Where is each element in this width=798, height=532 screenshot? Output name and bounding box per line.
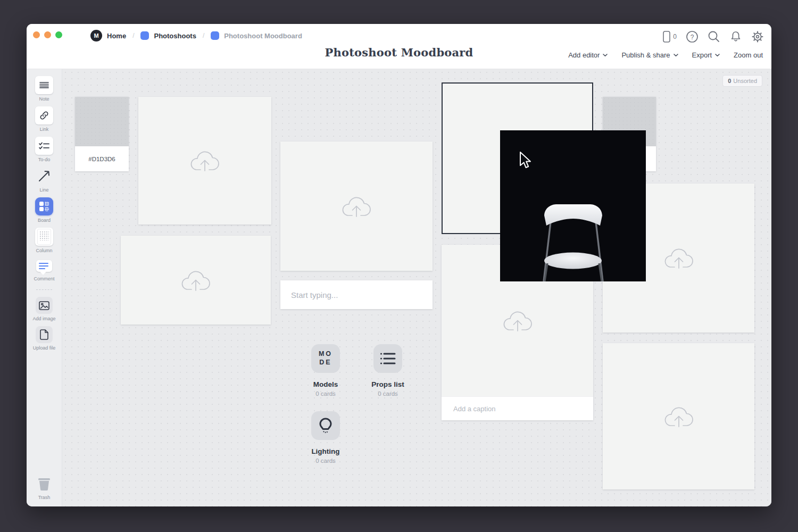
svg-text:?: ? — [691, 34, 694, 41]
header-menu: Add editor Publish & share Export Zoom o… — [568, 51, 763, 59]
help-icon[interactable]: ? — [686, 30, 699, 43]
upload-file-icon — [36, 326, 53, 343]
tool-comment[interactable]: Comment — [34, 258, 54, 281]
tool-board[interactable]: Board — [35, 197, 53, 223]
image-upload-placeholder[interactable] — [138, 97, 271, 225]
breadcrumb-current: Photoshoot Moodboard — [224, 32, 302, 40]
notifications-bell-icon[interactable] — [729, 30, 742, 43]
note-icon — [35, 76, 53, 94]
chevron-down-icon — [674, 54, 678, 57]
board-icon — [211, 31, 219, 40]
board-lighting[interactable]: Lighting 0 cards — [296, 411, 355, 464]
traffic-lights — [33, 31, 62, 38]
unsorted-badge[interactable]: 0 Unsorted — [722, 75, 762, 87]
trash-bin[interactable]: Trash — [35, 475, 53, 500]
image-upload-placeholder[interactable] — [603, 343, 754, 489]
caption-placeholder: Add a caption — [453, 405, 496, 413]
cloud-upload-icon — [663, 404, 694, 429]
mouse-cursor — [519, 152, 532, 169]
tool-link[interactable]: Link — [35, 106, 53, 132]
column-icon — [35, 228, 53, 246]
chevron-down-icon — [715, 54, 720, 57]
props-list-board-icon — [373, 344, 402, 373]
color-swatch-preview — [75, 97, 129, 146]
add-editor-button[interactable]: Add editor — [568, 51, 608, 59]
device-sync-button[interactable]: 0 — [663, 31, 677, 43]
image-upload-placeholder[interactable] — [280, 142, 433, 271]
caption-field[interactable]: Add a caption — [442, 396, 593, 420]
chevron-down-icon — [603, 54, 608, 57]
minimize-window-button[interactable] — [44, 31, 51, 38]
cloud-upload-icon — [341, 194, 372, 219]
link-icon — [35, 106, 53, 124]
moodboard-canvas[interactable]: 0 Unsorted #D1D3D6 — [62, 69, 771, 506]
cloud-upload-icon — [502, 309, 533, 333]
tool-line[interactable]: Line — [35, 167, 53, 193]
note-placeholder: Start typing... — [291, 290, 338, 300]
settings-gear-icon[interactable] — [751, 30, 764, 43]
search-icon[interactable] — [708, 30, 720, 43]
note-card[interactable]: Start typing... — [280, 280, 433, 309]
breadcrumb-separator: / — [131, 32, 136, 39]
close-window-button[interactable] — [33, 31, 40, 38]
lightbulb-icon — [311, 411, 340, 440]
sidebar-divider — [36, 289, 52, 290]
tool-sidebar: Note Link To-do — [27, 69, 62, 506]
comment-bubble-icon — [35, 258, 53, 274]
color-swatch-card[interactable]: #D1D3D6 — [75, 97, 129, 171]
tool-todo[interactable]: To-do — [35, 137, 53, 162]
tool-column[interactable]: Column — [35, 228, 53, 253]
breadcrumb-photoshoots[interactable]: Photoshoots — [154, 32, 196, 40]
cloud-upload-icon — [180, 268, 211, 293]
publish-share-button[interactable]: Publish & share — [621, 51, 678, 59]
cloud-upload-icon — [189, 148, 220, 173]
header-bar: M Home / Photoshoots / Photoshoot Moodbo… — [27, 24, 771, 69]
milanote-logo[interactable]: M — [90, 30, 102, 41]
app-window: M Home / Photoshoots / Photoshoot Moodbo… — [27, 24, 771, 506]
phone-icon — [663, 31, 670, 43]
todo-checklist-icon — [35, 137, 53, 155]
image-upload-placeholder[interactable] — [121, 236, 271, 325]
zoom-out-button[interactable]: Zoom out — [734, 51, 763, 59]
tool-add-image[interactable]: Add image — [32, 297, 55, 321]
breadcrumb: M Home / Photoshoots / Photoshoot Moodbo… — [90, 29, 302, 42]
tool-upload-file[interactable]: Upload file — [33, 326, 56, 351]
zoom-window-button[interactable] — [55, 31, 62, 38]
add-image-icon — [36, 297, 53, 314]
trash-icon — [35, 475, 53, 493]
breadcrumb-separator: / — [201, 32, 206, 39]
line-arrow-icon — [35, 167, 53, 185]
board-icon — [140, 31, 149, 40]
color-swatch-hex: #D1D3D6 — [75, 146, 129, 171]
board-icon — [35, 197, 53, 215]
tool-note[interactable]: Note — [35, 76, 53, 102]
board-props-list[interactable]: Props list 0 cards — [359, 344, 417, 397]
models-board-icon: MO DE — [311, 344, 340, 373]
topbar-icons: 0 ? — [663, 30, 764, 43]
cloud-upload-icon — [663, 246, 694, 270]
breadcrumb-home[interactable]: Home — [107, 32, 126, 40]
export-button[interactable]: Export — [692, 51, 720, 59]
board-models[interactable]: MO DE Models 0 cards — [296, 344, 355, 397]
dragged-chair-image[interactable] — [500, 130, 646, 281]
device-count: 0 — [673, 33, 677, 40]
